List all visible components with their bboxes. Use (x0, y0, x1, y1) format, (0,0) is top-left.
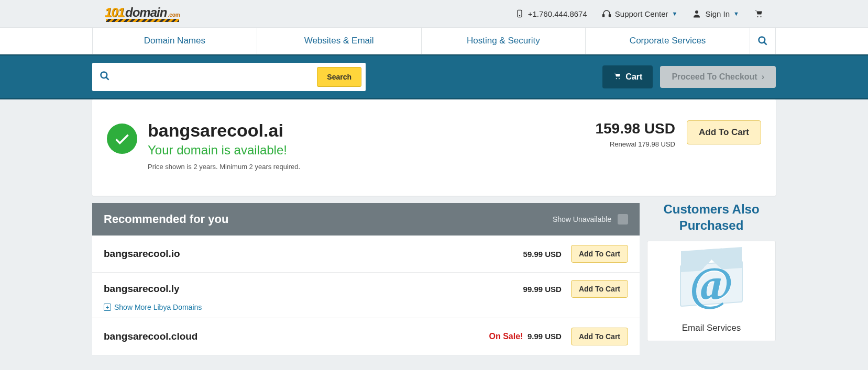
on-sale-label: On Sale! (489, 332, 523, 341)
sign-in-link[interactable]: Sign In ▼ (692, 9, 739, 18)
svg-line-8 (764, 42, 767, 45)
show-more-label: Show More Libya Domains (114, 303, 202, 311)
availability-status: Your domain is available! (148, 143, 300, 158)
show-unavailable-toggle[interactable] (618, 214, 628, 225)
show-more-link[interactable]: + Show More Libya Domains (104, 303, 202, 311)
availability-fineprint: Price shown is 2 years. Minimum 2 years … (148, 163, 300, 171)
domain-search-input[interactable] (110, 72, 317, 82)
recommended-price: 59.99 USD (523, 250, 562, 259)
main-price: 159.98 USD (595, 120, 675, 137)
recommended-row: bangsarecool.ly 99.99 USD Add To Cart + … (92, 273, 640, 318)
check-circle-icon (107, 124, 137, 154)
nav-hosting-security[interactable]: Hosting & Security (421, 28, 586, 54)
sidebar-product-label: Email Services (653, 323, 770, 333)
sidebar-title: Customers Also Purchased (647, 201, 776, 233)
svg-point-7 (759, 37, 765, 43)
checkout-label: Proceed To Checkout (672, 72, 757, 82)
recommended-domain: bangsarecool.cloud (104, 331, 197, 342)
support-center-link[interactable]: Support Center ▼ (602, 9, 678, 18)
phone-link[interactable]: +1.760.444.8674 (515, 9, 587, 18)
user-icon (692, 9, 701, 18)
nav-search-button[interactable] (750, 28, 776, 54)
domain-search-box: Search (92, 63, 366, 91)
svg-rect-3 (609, 15, 610, 17)
add-to-cart-button[interactable]: Add To Cart (571, 280, 628, 298)
availability-card: bangsarecool.ai Your domain is available… (92, 99, 776, 196)
recommended-heading: Recommended for you (104, 212, 228, 226)
plus-icon: + (104, 304, 111, 311)
logo-com: .com (168, 12, 180, 18)
recommended-row: bangsarecool.cloud On Sale! 9.99 USD Add… (92, 318, 640, 355)
phone-icon (515, 9, 524, 18)
cart-icon-link[interactable] (754, 9, 763, 18)
logo-underline (106, 19, 179, 22)
support-text: Support Center (615, 9, 668, 18)
cart-icon (613, 72, 621, 82)
chevron-down-icon: ▼ (733, 10, 739, 17)
svg-point-4 (695, 10, 698, 14)
cart-label: Cart (625, 72, 642, 82)
phone-text: +1.760.444.8674 (528, 9, 587, 18)
recommended-domain: bangsarecool.ly (104, 283, 180, 295)
nav-domain-names[interactable]: Domain Names (92, 28, 257, 54)
recommended-domain: bangsarecool.io (104, 248, 180, 260)
svg-point-6 (760, 16, 761, 17)
svg-point-12 (619, 78, 620, 79)
chevron-right-icon: › (762, 72, 764, 82)
show-unavailable-label: Show Unavailable (553, 215, 611, 223)
svg-line-10 (106, 77, 109, 80)
main-nav: Domain Names Websites & Email Hosting & … (92, 28, 776, 54)
search-icon (100, 71, 110, 84)
svg-rect-2 (602, 15, 604, 17)
renewal-price: Renewal 179.98 USD (595, 140, 675, 148)
chevron-down-icon: ▼ (672, 10, 678, 17)
nav-corporate-services[interactable]: Corporate Services (585, 28, 750, 54)
svg-point-11 (616, 78, 617, 79)
domain-name-heading: bangsarecool.ai (148, 120, 300, 141)
recommended-price: 9.99 USD (528, 332, 562, 341)
recommended-row: bangsarecool.io 59.99 USD Add To Cart (92, 236, 640, 273)
cart-button[interactable]: Cart (602, 65, 653, 88)
recommended-price: 99.99 USD (523, 285, 562, 294)
nav-websites-email[interactable]: Websites & Email (257, 28, 421, 54)
cart-icon (754, 9, 763, 18)
svg-point-1 (519, 15, 520, 16)
recommended-header: Recommended for you Show Unavailable (92, 203, 640, 236)
at-sign-icon: @ (689, 257, 733, 311)
add-to-cart-button[interactable]: Add To Cart (571, 328, 628, 345)
add-to-cart-button-main[interactable]: Add To Cart (687, 120, 761, 144)
add-to-cart-button[interactable]: Add To Cart (571, 245, 628, 263)
headset-icon (602, 9, 611, 18)
svg-point-9 (101, 72, 107, 78)
email-services-illustration: ‹ @ (669, 250, 753, 318)
logo-101: 101 (105, 5, 124, 20)
logo-domain: domain (125, 5, 167, 20)
checkout-button: Proceed To Checkout › (660, 66, 776, 88)
logo[interactable]: 101 domain .com (105, 5, 180, 22)
search-button[interactable]: Search (317, 67, 361, 87)
sign-in-text: Sign In (705, 9, 730, 18)
sidebar-product-card[interactable]: ‹ @ Email Services (647, 241, 776, 341)
svg-point-5 (757, 16, 758, 17)
